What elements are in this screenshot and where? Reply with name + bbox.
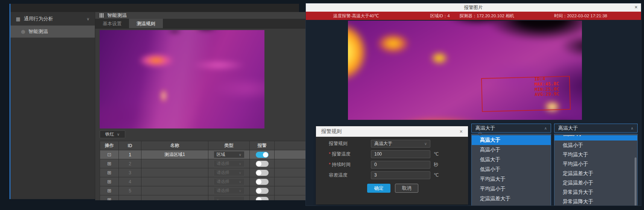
sidebar-group-label: 通用行为分析 [24,15,53,22]
dropdown-scrollbar[interactable] [635,157,636,206]
option[interactable]: 平均温大于 [472,174,551,184]
chevron-up-icon: ∧ [631,126,633,130]
alarm-body: ID:4 MAX:45.8C MIN:25.0C AVG:29.9C 报警规则 … [306,20,641,206]
chevron-down-icon: ∨ [239,171,242,175]
option[interactable]: 异常温升大于 [554,187,637,197]
add-icon[interactable]: ⊞ [107,179,111,184]
option[interactable]: 高温大于 [472,135,551,145]
option[interactable]: 平均温大于 [554,150,637,159]
sidebar: ▦ 通用行为分析 ∨ ◎ 智能测温 [11,12,95,199]
type-select: 请选择∨ [214,160,245,167]
type-select[interactable]: 区域∨ [214,151,245,158]
cancel-button[interactable]: 取消 [395,184,418,193]
confirm-button[interactable]: 确定 [367,184,390,193]
alarm-toggle[interactable] [256,188,269,194]
chevron-up-icon: ∧ [544,126,547,130]
grid-icon: ▦ [16,16,20,22]
rule-select-1[interactable]: 高温大于 ∧ [471,124,551,133]
option[interactable]: 低温大于 [472,155,551,165]
option[interactable]: 低温小于 [472,165,551,174]
alarm-picture-window: 报警图片 × 温度报警-高温大于40℃ 区域ID：4 探测器：172.20.20… [305,3,641,206]
drag-handle-icon [100,13,103,18]
thermometry-icon: ◎ [21,29,25,34]
chevron-down-icon: ∨ [424,142,427,146]
option[interactable]: 高温小于 [472,145,551,155]
field-label-tolerance: 容差温度 [329,172,371,178]
unit-seconds: 秒 [434,162,438,168]
add-icon: ⊞ [107,197,111,200]
duration-input[interactable] [371,161,430,169]
panel-title: 智能测温 [107,12,127,19]
type-select: 请选择∨ [214,187,245,194]
type-select: 请选择∨ [214,169,245,176]
alarm-rule-dialog: 报警规则 × 报警规则 高温大于 ∨ 报警温度 ℃ 持续时间 [316,126,468,204]
option[interactable]: 定温温差小于 [554,178,637,187]
close-icon[interactable]: × [460,128,463,134]
alarm-time-text: 时间：2022-03-02 17:21:38 [554,13,607,19]
option[interactable]: 异常温降大于 [554,197,637,206]
palette-select[interactable]: 铁红 ∨ [100,130,125,138]
alarm-toggle [256,197,269,201]
alarm-rule-select[interactable]: 高温大于 ∨ [371,140,430,148]
chevron-down-icon: ∨ [239,162,242,166]
palette-value: 铁红 [105,131,114,137]
alarm-detector-text: 探测器：172.20.20.102 相机 [459,13,514,19]
alarm-region-text: 区域ID：4 [430,13,450,19]
sidebar-group-general-behavior[interactable]: ▦ 通用行为分析 ∨ [11,12,95,26]
type-select: 请选择∨ [214,178,245,185]
type-select: ∨ [214,196,245,200]
dialog-titlebar: 报警图片 × [306,3,641,12]
chevron-down-icon: ∨ [117,132,120,136]
unit-celsius: ℃ [434,151,439,157]
roi-readout: ID:4 MAX:45.8C MIN:25.0C AVG:29.9C [534,76,559,98]
field-label-rule: 报警规则 [329,141,371,147]
chevron-down-icon: ∨ [87,17,90,21]
roi-rectangle: ID:4 MAX:45.8C MIN:25.0C AVG:29.9C [481,76,571,112]
dialog-title: 报警图片 [464,5,483,11]
alarm-banner: 温度报警-高温大于40℃ 区域ID：4 探测器：172.20.20.102 相机… [306,12,641,20]
add-icon[interactable]: ⊞ [107,188,111,193]
rule-options-2: 低温大于 低温小于 平均温大于 平均温小于 定温温差大于 定温温差小于 异常温升… [554,134,638,206]
sidebar-item-label: 智能测温 [28,28,48,35]
option[interactable]: 平均温小于 [554,159,637,169]
roi-avg: AVG:29.9C [535,92,559,98]
alarm-type-text: 温度报警-高温大于40℃ [333,13,379,19]
field-label-duration: 持续时间 [329,162,371,168]
option[interactable]: 定温温差小于 [472,204,551,206]
rule-options-1: 高温大于 高温小于 低温大于 低温小于 平均温大于 平均温小于 定温温差大于 定… [471,134,551,206]
region-icon[interactable]: ⊡ [107,152,111,157]
alarm-thermal-image: ID:4 MAX:45.8C MIN:25.0C AVG:29.9C [348,21,582,120]
alarm-toggle[interactable] [256,152,269,158]
field-label-alarm-temp: 报警温度 [329,151,371,157]
tab-thermometry-rules[interactable]: 测温规则 [129,19,163,28]
rule-dropdown-1: 高温大于 ∧ 高温大于 高温小于 低温大于 低温小于 平均温大于 平均温小于 定… [471,124,551,206]
chevron-down-icon: ∨ [239,153,242,157]
tolerance-input[interactable] [371,171,430,179]
unit-celsius: ℃ [434,172,439,178]
close-icon[interactable]: × [635,4,638,10]
sidebar-item-smart-thermometry[interactable]: ◎ 智能测温 [11,26,95,38]
desktop: ▦ 通用行为分析 ∨ ◎ 智能测温 智能测温 基本设置 测温规则 [0,0,644,210]
add-icon[interactable]: ⊞ [107,170,111,175]
option[interactable]: 平均温小于 [472,184,551,194]
chevron-down-icon: ∨ [239,189,242,193]
option[interactable]: 定温温差大于 [472,194,551,204]
alarm-temp-input[interactable] [371,150,430,158]
alarm-toggle[interactable] [256,161,269,167]
alarm-toggle[interactable] [256,179,269,185]
smart-thermometry-window: ▦ 通用行为分析 ∨ ◎ 智能测温 智能测温 基本设置 测温规则 [9,4,299,199]
chevron-down-icon: ∨ [239,180,242,184]
option[interactable]: 低温小于 [554,141,637,150]
window-toolbar [11,4,299,12]
alarm-rule-dialog-title: 报警规则 [321,128,342,135]
tab-basic-settings[interactable]: 基本设置 [95,19,129,28]
rule-select-2[interactable]: 高温大于 ∧ [554,124,638,133]
option-clipped[interactable]: 低温大于 [554,135,637,141]
alarm-rule-dialog-titlebar: 报警规则 × [316,126,468,137]
alarm-toggle[interactable] [256,170,269,176]
thermal-preview-image [100,30,264,128]
rule-dropdown-2: 高温大于 ∧ 低温大于 低温小于 平均温大于 平均温小于 定温温差大于 定温温差… [554,124,638,206]
option[interactable]: 定温温差大于 [554,169,637,178]
add-icon[interactable]: ⊞ [107,161,111,166]
